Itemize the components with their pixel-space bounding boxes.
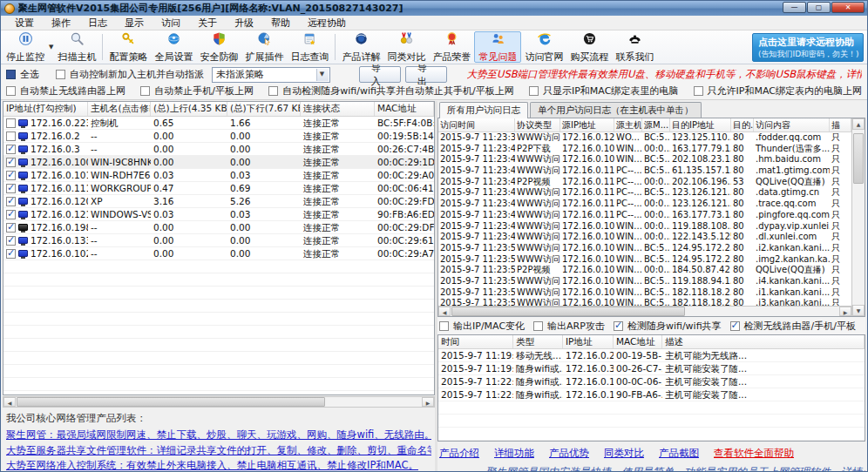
product-ad-link[interactable]: 聚生网管是国内安装最快捷、使用最简单、功能最实用的员工上网管理软件，详情点此 <box>485 465 865 471</box>
close-button[interactable] <box>831 2 865 13</box>
host-checkbox[interactable] <box>6 184 16 193</box>
only-allow-bound-checkbox[interactable] <box>694 86 703 96</box>
logs-vscrollbar[interactable] <box>851 118 865 316</box>
product-link-1[interactable]: 大势至服务器共享文件管理软件：详细记录共享文件的打开、复制、修改、删除、剪切、重… <box>6 444 431 457</box>
host-checkbox[interactable] <box>6 249 16 259</box>
menu-item-6[interactable]: 升级 <box>226 17 262 30</box>
host-name[interactable]: -- <box>88 234 151 246</box>
log-row[interactable]: 2015-9-7 11:23:55WWW访问172.16.0.100WIN...… <box>438 298 851 306</box>
alert-row[interactable]: 2015-9-7 11:22:51随身wifi或...172.16.0.1...… <box>438 388 865 401</box>
stop-monitor-button[interactable]: 停止监控 <box>3 31 48 63</box>
product-detail-button[interactable]: 产品详解 <box>338 31 383 63</box>
log-row[interactable]: 2015-9-7 11:23:53WWW访问172.16.0.100WIN...… <box>438 276 851 287</box>
host-row[interactable]: 172.16.0.133--0.000.00连接正常00:0C:29:61:99… <box>3 234 434 247</box>
scroll-right-arrow[interactable] <box>839 307 851 316</box>
scroll-up-arrow[interactable] <box>852 118 865 130</box>
host-name[interactable]: -- <box>88 130 151 142</box>
menu-item-3[interactable]: 显示 <box>116 17 153 30</box>
scroll-left-arrow[interactable] <box>438 307 451 316</box>
host-checkbox[interactable] <box>6 236 16 246</box>
output-arp-attack-checkbox[interactable] <box>533 321 543 331</box>
log-row[interactable]: 2015-9-7 11:23:49WWW访问172.16.0.100WIN...… <box>438 232 851 243</box>
host-checkbox[interactable] <box>6 118 16 128</box>
stop-monitor-dropdown[interactable]: ▼ <box>48 31 54 63</box>
tab-single-user-logs[interactable]: 单个用户访问日志（在主机表中单击） <box>530 102 702 118</box>
logs-hscrollbar[interactable] <box>438 306 851 316</box>
host-name[interactable]: WINDOWS-VS... <box>88 208 151 220</box>
col-src-ip[interactable]: 源IP地址 <box>560 118 614 131</box>
menu-item-5[interactable]: 关于 <box>189 17 226 30</box>
host-row[interactable]: 172.16.0.121WINDOWS-VS...0.030.03连接正常90:… <box>3 208 434 221</box>
alert-row[interactable]: 2015-9-7 11:22:3随身wifi或...172.16.0.1...0… <box>438 375 865 388</box>
col-src-mac[interactable]: 源M... <box>642 118 670 131</box>
col-alert-desc[interactable]: 描述 <box>662 335 865 348</box>
col-src-host[interactable]: 源主机 <box>614 118 642 131</box>
bottom-link-3[interactable]: 同类对比 <box>604 447 644 460</box>
log-row[interactable]: 2015-9-7 11:23:42WWW访问172.16.0.100WIN...… <box>438 154 851 165</box>
log-row[interactable]: 2015-9-7 11:23:50WWW访问172.16.0.100WIN...… <box>438 243 851 254</box>
host-row[interactable]: 172.16.0.2--0.000.00连接正常00:19:5B:14:F7:4… <box>3 130 434 143</box>
bottom-link-2[interactable]: 产品优势 <box>549 447 589 460</box>
detect-wireless-router-checkbox[interactable] <box>730 321 740 331</box>
host-row[interactable]: 172.16.0.100WIN-I9C8HNK...0.000.00连接正常00… <box>3 156 434 169</box>
host-row[interactable]: 172.16.0.111WORKGROUP...0.470.69连接正常00:0… <box>3 182 434 195</box>
only-show-bound-checkbox[interactable] <box>529 86 539 96</box>
log-row[interactable]: 2015-9-7 11:23:54WWW访问172.16.0.100WIN...… <box>438 287 851 299</box>
col-alert-ip[interactable]: IP地址 <box>563 335 614 348</box>
ban-phone-pad-checkbox[interactable] <box>140 86 150 96</box>
host-name[interactable]: 控制机 <box>88 117 151 129</box>
hosts-hscrollbar[interactable] <box>3 396 435 408</box>
col-status[interactable]: 连接状态 <box>301 102 375 116</box>
host-name[interactable]: WORKGROUP... <box>88 182 151 194</box>
host-name[interactable]: -- <box>88 247 151 260</box>
auto-detect-wifi-checkbox[interactable] <box>268 86 278 96</box>
col-upload[interactable]: (总)上行(4.35 KB/S) <box>151 102 227 116</box>
host-checkbox[interactable] <box>6 158 16 167</box>
col-desc[interactable]: 描 <box>830 118 851 131</box>
usb-ad-link[interactable]: 大势至USB端口管理软件最有效禁用U盘、移动硬盘和手机等，不影响USB鼠标键盘，… <box>467 68 862 81</box>
security-defense-button[interactable]: 安全防御 <box>196 31 241 63</box>
contact-us-button[interactable]: 联系我们 <box>612 31 657 63</box>
log-row[interactable]: 2015-9-7 11:23:46WWW访问172.16.0.111PC--..… <box>438 199 851 210</box>
scan-hosts-button[interactable]: 扫描主机 <box>54 31 99 63</box>
help-link[interactable]: 查看软件全面帮助 <box>714 447 794 460</box>
menu-item-8[interactable]: 远程协助 <box>299 17 355 30</box>
host-name[interactable]: WIN-RDH7E6... <box>88 169 151 181</box>
scroll-down-arrow[interactable] <box>852 305 865 316</box>
faq-button[interactable]: 常见问题 <box>474 31 521 63</box>
log-query-button[interactable]: 日志查询 <box>287 31 332 63</box>
bottom-link-0[interactable]: 产品介绍 <box>439 447 479 460</box>
menu-item-0[interactable]: 设置 <box>6 17 43 30</box>
maximize-button[interactable] <box>807 2 831 13</box>
alert-row[interactable]: 2015-9-7 11:19:28移动无线...172.16.0.200-19-… <box>438 349 865 362</box>
alert-row[interactable]: 2015-9-7 11:19:56随身wifi或...172.16.0.300-… <box>438 362 865 375</box>
minimize-button[interactable] <box>783 2 806 13</box>
host-checkbox[interactable] <box>6 171 16 180</box>
scroll-thumb[interactable] <box>451 307 685 316</box>
detect-wifi-share-checkbox[interactable] <box>614 321 623 331</box>
scroll-right-arrow[interactable] <box>422 397 434 407</box>
auto-assign-checkbox[interactable] <box>56 70 65 79</box>
scroll-left-arrow[interactable] <box>3 397 16 407</box>
host-name[interactable]: -- <box>88 221 151 233</box>
col-ip[interactable]: IP地址(打勾控制) <box>3 102 88 116</box>
product-link-2[interactable]: 大势至网络准入控制系统：有效禁止外来电脑接入、禁止电脑相互通讯、禁止修改IP和M… <box>6 459 431 471</box>
visit-website-button[interactable]: 访问官网 <box>521 31 566 63</box>
policy-dropdown[interactable]: 未指派策略 <box>212 67 330 83</box>
col-mac[interactable]: MAC地址 <box>375 102 434 116</box>
menu-item-1[interactable]: 操作 <box>43 17 79 30</box>
log-row[interactable]: 2015-9-7 11:23:51WWW访问172.16.0.100WIN...… <box>438 254 851 266</box>
col-dst-port[interactable]: 目的... <box>731 118 754 131</box>
col-content[interactable]: 访问内容 <box>754 118 830 131</box>
host-checkbox[interactable] <box>6 131 16 141</box>
log-row[interactable]: 2015-9-7 11:23:38WWW访问172.16.0.121WO...B… <box>438 132 851 144</box>
purchase-button[interactable]: 购买流程 <box>566 31 612 63</box>
col-protocol[interactable]: 协议类型 <box>515 118 560 131</box>
plugins-button[interactable]: 扩展插件 <box>241 31 287 63</box>
host-checkbox[interactable] <box>6 197 16 206</box>
comparison-button[interactable]: 同类对比 <box>383 31 429 63</box>
host-row[interactable]: 172.16.0.101WIN-RDH7E6...0.030.03连接正常00:… <box>3 169 434 182</box>
host-row[interactable]: 172.16.0.223控制机0.651.66连接正常BC:5F:F4:0B:C… <box>3 117 434 130</box>
log-row[interactable]: 2015-9-7 11:23:52P2P视频172.16.0.100WIN...… <box>438 265 851 276</box>
product-honor-button[interactable]: 产品荣誉 <box>429 31 474 63</box>
